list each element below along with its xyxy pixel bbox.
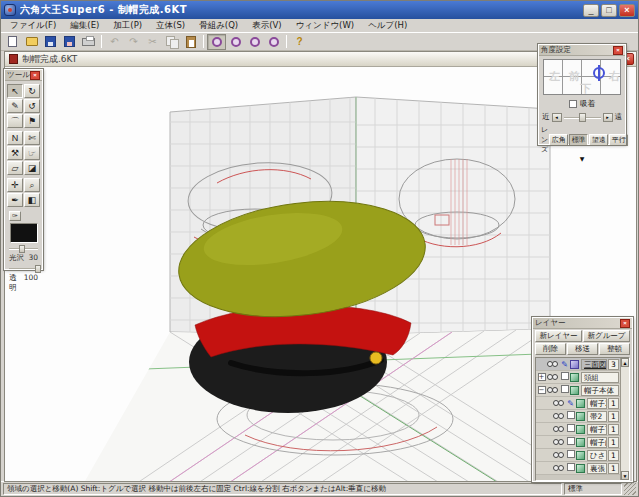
layer-row[interactable]: 帽子下部21 [536, 423, 620, 436]
new-group-button[interactable]: 新グループ [583, 330, 630, 342]
tools-palette-close-icon[interactable]: × [30, 71, 40, 80]
material-icon[interactable] [576, 412, 585, 421]
material-icon[interactable] [570, 360, 579, 369]
layer-row[interactable]: ✎三面図3 [536, 358, 620, 371]
copy-icon[interactable] [162, 34, 181, 50]
view-mode-4-icon[interactable] [264, 34, 283, 50]
edit-checkbox[interactable] [565, 437, 576, 447]
undo-icon[interactable]: ↶ [105, 34, 124, 50]
solid-tool[interactable]: ◪ [24, 161, 40, 175]
face-tool[interactable]: ▱ [7, 161, 23, 175]
new-file-icon[interactable] [3, 34, 22, 50]
visibility-icon[interactable] [552, 452, 564, 458]
redo-icon[interactable]: ↷ [124, 34, 143, 50]
edit-checkbox[interactable] [565, 411, 576, 421]
select-tool[interactable]: ↖ [7, 84, 23, 98]
cut-icon[interactable]: ✂ [143, 34, 162, 50]
visibility-icon[interactable] [546, 374, 558, 380]
material-icon[interactable] [576, 399, 585, 408]
camera-angle-indicator[interactable] [593, 67, 605, 79]
minimize-button[interactable]: _ [583, 4, 599, 17]
layer-row[interactable]: 裏張り1 [536, 462, 620, 475]
layer-row[interactable]: +頭組 [536, 371, 620, 384]
scroll-down-icon[interactable]: ▼ [621, 471, 629, 480]
menu-item-7[interactable]: ヘルプ(H) [361, 19, 414, 33]
move-layer-button[interactable]: 移送 [567, 343, 598, 355]
material-icon[interactable] [570, 386, 579, 395]
zoom-tool[interactable]: ⌕ [24, 178, 40, 192]
material-icon[interactable] [576, 438, 585, 447]
delete-layer-button[interactable]: 削除 [535, 343, 566, 355]
edit-pencil-icon[interactable]: ✎ [559, 359, 570, 369]
magnet-tool[interactable]: ⚒ [7, 146, 23, 160]
angle-palette-close-icon[interactable]: × [613, 46, 623, 55]
lens-option-1[interactable]: 標準 [569, 134, 588, 146]
view-mode-1-icon[interactable] [207, 34, 226, 50]
palette-expander-icon[interactable]: ▼ [539, 155, 625, 163]
menu-item-3[interactable]: 立体(S) [149, 19, 192, 33]
opacity-slider-handle[interactable] [35, 265, 41, 273]
layer-list-scrollbar[interactable]: ▲ ▼ [620, 358, 629, 480]
zoom-out-arrow-icon[interactable]: ▸ [603, 113, 613, 122]
tools-palette-title-bar[interactable]: ツール × [5, 70, 42, 81]
draw-line-tool[interactable]: ✎ [7, 99, 23, 113]
resize-grip[interactable] [624, 483, 636, 495]
maximize-button[interactable]: □ [601, 4, 617, 17]
view-mode-3-icon[interactable] [245, 34, 264, 50]
menu-item-6[interactable]: ウィンドウ(W) [289, 19, 362, 33]
distance-slider[interactable] [564, 113, 601, 122]
color-swatch[interactable] [10, 223, 38, 243]
menu-item-2[interactable]: 加工(P) [106, 19, 149, 33]
distance-slider-handle[interactable] [579, 113, 586, 122]
lens-option-2[interactable]: 望遠 [589, 134, 608, 146]
help-icon[interactable]: ? [290, 34, 309, 50]
zoom-in-arrow-icon[interactable]: ◂ [552, 113, 562, 122]
layers-palette-title-bar[interactable]: レイヤー × [533, 318, 632, 329]
layers-palette-close-icon[interactable]: × [620, 319, 630, 328]
lens-option-3[interactable]: 平行 [609, 134, 628, 146]
save-as-icon[interactable] [60, 34, 79, 50]
opacity-slider[interactable] [9, 265, 38, 273]
edit-checkbox[interactable] [559, 385, 570, 395]
visibility-icon[interactable] [552, 426, 564, 432]
edit-pencil-icon[interactable]: ✎ [565, 398, 576, 408]
edit-checkbox[interactable] [565, 424, 576, 434]
paste-icon[interactable] [181, 34, 200, 50]
layer-row[interactable]: −帽子本体 [536, 384, 620, 397]
paint-tool[interactable]: ✑ [9, 211, 21, 221]
material-icon[interactable] [576, 425, 585, 434]
visibility-icon[interactable] [546, 361, 558, 367]
lens-option-0[interactable]: 広角 [549, 134, 568, 146]
rotate-tool[interactable]: ↻ [24, 84, 40, 98]
angle-palette-title-bar[interactable]: 角度設定 × [539, 45, 625, 56]
fill-tool[interactable]: ◧ [24, 193, 40, 207]
scroll-up-icon[interactable]: ▲ [621, 358, 629, 367]
visibility-icon[interactable] [552, 413, 564, 419]
gloss-slider-handle[interactable] [19, 245, 25, 253]
visibility-icon[interactable] [552, 439, 564, 445]
menu-item-4[interactable]: 骨組み(Q) [192, 19, 245, 33]
layer-row[interactable]: 帽子内側1 [536, 436, 620, 449]
expand-toggle-icon[interactable]: + [537, 373, 546, 381]
new-layer-button[interactable]: 新レイヤー [535, 330, 582, 342]
visibility-icon[interactable] [552, 465, 564, 471]
view-mode-2-icon[interactable] [226, 34, 245, 50]
adjust-tool[interactable]: ☞ [24, 146, 40, 160]
scissors-tool[interactable]: ✄ [24, 131, 40, 145]
visibility-icon[interactable] [546, 387, 558, 393]
curve-tool[interactable]: N [7, 131, 23, 145]
scroll-track[interactable] [621, 367, 629, 471]
rotate-view-tool[interactable]: ↺ [24, 99, 40, 113]
lasso-tool[interactable]: ⚑ [24, 114, 40, 128]
expand-toggle-icon[interactable]: − [537, 386, 546, 394]
pan-tool[interactable]: ✛ [7, 178, 23, 192]
eyedropper-tool[interactable]: ✒ [7, 193, 23, 207]
material-icon[interactable] [570, 373, 579, 382]
menu-item-1[interactable]: 編集(E) [63, 19, 106, 33]
visibility-icon[interactable] [552, 400, 564, 406]
menu-item-5[interactable]: 表示(V) [245, 19, 288, 33]
print-icon[interactable] [79, 34, 98, 50]
menu-item-0[interactable]: ファイル(F) [3, 19, 63, 33]
save-icon[interactable] [41, 34, 60, 50]
layer-row[interactable]: ひさし1 [536, 449, 620, 462]
